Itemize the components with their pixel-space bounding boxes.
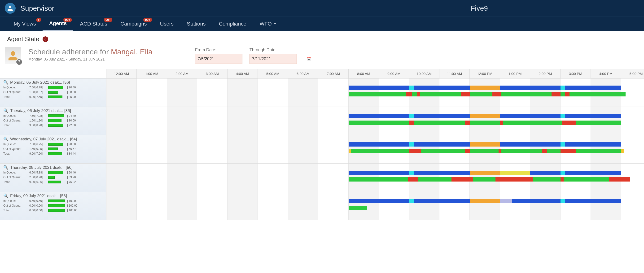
sched-segment[interactable]: [470, 114, 500, 118]
through-date-input[interactable]: [252, 56, 307, 61]
nav-item-compliance[interactable]: Compliance: [212, 17, 253, 31]
sched-segment[interactable]: [470, 199, 500, 203]
from-date-input[interactable]: [198, 56, 252, 61]
actual-segment[interactable]: [560, 92, 565, 96]
actual-segment[interactable]: [533, 177, 560, 182]
sched-segment[interactable]: [414, 86, 470, 90]
sched-segment[interactable]: [560, 199, 565, 203]
sched-segment[interactable]: [500, 142, 560, 147]
sched-segment[interactable]: [409, 86, 414, 90]
actual-segment[interactable]: [348, 92, 406, 96]
actual-segment[interactable]: [470, 149, 498, 153]
actual-segment[interactable]: [406, 92, 412, 96]
sched-segment[interactable]: [560, 142, 565, 147]
actual-segment[interactable]: [564, 177, 609, 182]
nav-item-stations[interactable]: Stations: [180, 17, 212, 31]
actual-segment[interactable]: [465, 121, 470, 125]
actual-segment[interactable]: [560, 149, 576, 153]
sched-segment[interactable]: [348, 114, 409, 118]
actual-segment[interactable]: [502, 149, 542, 153]
from-date-field[interactable]: 📅: [195, 54, 242, 64]
sched-segment[interactable]: [500, 114, 560, 118]
sched-segment[interactable]: [565, 171, 621, 175]
actual-segment[interactable]: [547, 149, 560, 153]
actual-segment[interactable]: [348, 177, 408, 182]
sched-segment[interactable]: [414, 199, 470, 203]
actual-segment[interactable]: [576, 149, 621, 153]
actual-segment[interactable]: [418, 177, 452, 182]
sched-segment[interactable]: [470, 171, 500, 175]
actual-segment[interactable]: [498, 149, 502, 153]
sched-segment[interactable]: [565, 199, 621, 203]
sched-segment[interactable]: [348, 171, 409, 175]
day-row-label[interactable]: 🔍Monday, 05 July 2021 dsak... [56]In Que…: [0, 78, 106, 107]
actual-segment[interactable]: [565, 92, 570, 96]
actual-segment[interactable]: [570, 92, 626, 96]
actual-segment[interactable]: [542, 149, 547, 153]
actual-segment[interactable]: [562, 121, 576, 125]
sched-segment[interactable]: [560, 114, 565, 118]
sched-segment[interactable]: [560, 171, 565, 175]
sched-segment[interactable]: [500, 199, 512, 203]
actual-segment[interactable]: [414, 121, 465, 125]
sched-segment[interactable]: [500, 86, 560, 90]
sched-segment[interactable]: [500, 171, 530, 175]
actual-segment[interactable]: [500, 121, 503, 125]
sched-segment[interactable]: [470, 142, 500, 147]
sched-segment[interactable]: [565, 86, 621, 90]
day-row-label[interactable]: 🔍Wednesday, 07 July 2021 dsak... [64]In …: [0, 135, 106, 164]
magnifier-icon[interactable]: 🔍: [3, 80, 8, 85]
actual-segment[interactable]: [502, 92, 551, 96]
actual-segment[interactable]: [496, 177, 533, 182]
actual-segment[interactable]: [421, 149, 465, 153]
actual-segment[interactable]: [621, 149, 624, 153]
nav-item-my-views[interactable]: My Views6: [7, 17, 42, 31]
sched-segment[interactable]: [512, 199, 560, 203]
actual-segment[interactable]: [348, 121, 409, 125]
nav-item-users[interactable]: Users: [154, 17, 180, 31]
day-row-label[interactable]: 🔍Tuesday, 06 July 2021 dsak... [36]In Qu…: [0, 107, 106, 135]
actual-segment[interactable]: [452, 177, 473, 182]
nav-item-agents[interactable]: Agents99+: [42, 17, 74, 31]
actual-segment[interactable]: [470, 121, 500, 125]
actual-segment[interactable]: [461, 92, 470, 96]
nav-item-campaigns[interactable]: Campaigns99+: [114, 17, 153, 31]
sched-segment[interactable]: [565, 142, 621, 147]
sched-segment[interactable]: [348, 86, 409, 90]
user-avatar-icon[interactable]: [5, 3, 16, 14]
actual-segment[interactable]: [465, 149, 470, 153]
magnifier-icon[interactable]: 🔍: [3, 137, 8, 142]
sched-segment[interactable]: [560, 86, 565, 90]
actual-segment[interactable]: [473, 177, 496, 182]
actual-segment[interactable]: [503, 121, 562, 125]
actual-segment[interactable]: [609, 177, 630, 182]
actual-segment[interactable]: [552, 92, 560, 96]
actual-segment[interactable]: [409, 149, 421, 153]
sched-segment[interactable]: [409, 142, 414, 147]
sched-segment[interactable]: [565, 114, 621, 118]
nav-item-wfo[interactable]: WFO▼: [253, 17, 283, 31]
sched-segment[interactable]: [348, 199, 409, 203]
magnifier-icon[interactable]: 🔍: [3, 193, 8, 198]
magnifier-icon[interactable]: 🔍: [3, 165, 8, 170]
sched-segment[interactable]: [414, 142, 470, 147]
day-row-label[interactable]: 🔍Thursday, 08 July 2021 dsak... [56]In Q…: [0, 164, 106, 192]
magnifier-icon[interactable]: 🔍: [3, 108, 8, 113]
actual-segment[interactable]: [348, 149, 351, 153]
actual-segment[interactable]: [576, 121, 621, 125]
actual-segment[interactable]: [408, 177, 418, 182]
actual-segment[interactable]: [351, 149, 409, 153]
nav-item-acd-status[interactable]: ACD Status99+: [73, 17, 114, 31]
sched-segment[interactable]: [409, 199, 414, 203]
actual-segment[interactable]: [412, 92, 417, 96]
sched-segment[interactable]: [414, 171, 470, 175]
sched-segment[interactable]: [348, 142, 409, 147]
sched-segment[interactable]: [409, 171, 414, 175]
sched-segment[interactable]: [409, 114, 414, 118]
sched-segment[interactable]: [530, 171, 560, 175]
sched-segment[interactable]: [470, 86, 500, 90]
avatar-help-icon[interactable]: ?: [16, 59, 22, 65]
actual-segment[interactable]: [420, 92, 461, 96]
actual-segment[interactable]: [492, 92, 502, 96]
actual-segment[interactable]: [560, 177, 564, 182]
